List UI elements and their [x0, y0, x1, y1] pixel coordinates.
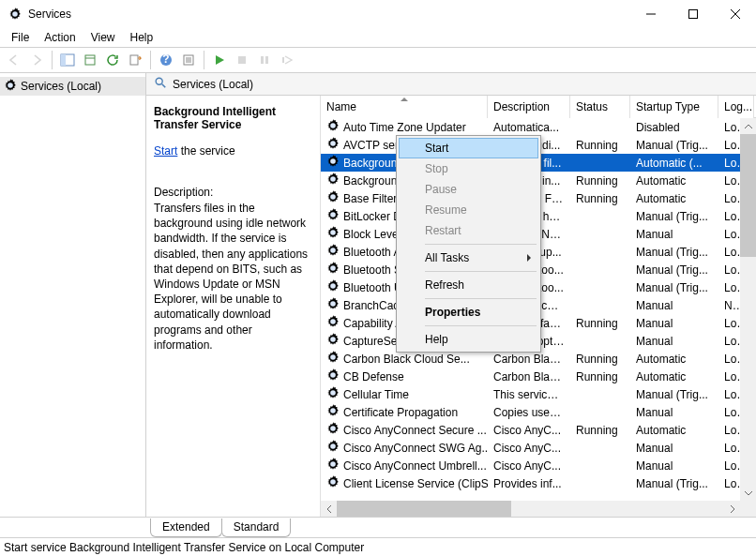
- service-row[interactable]: Cisco AnyConnect Umbrell...Cisco AnyC...…: [321, 457, 756, 474]
- menu-help[interactable]: Help: [123, 29, 161, 46]
- col-logon[interactable]: Log...: [718, 96, 754, 118]
- service-description: This service ...: [488, 388, 570, 401]
- start-service-button[interactable]: [209, 50, 230, 70]
- service-startup: Manual (Trig...: [630, 139, 718, 152]
- tab-standard[interactable]: Standard: [221, 518, 292, 537]
- scroll-up-icon[interactable]: [740, 118, 756, 134]
- gear-icon: [326, 368, 340, 384]
- service-row[interactable]: Cisco AnyConnect Secure ...Cisco AnyC...…: [321, 421, 756, 439]
- gear-icon: [326, 351, 340, 367]
- titlebar: Services: [0, 0, 756, 28]
- service-row[interactable]: Client License Service (ClipS...Provides…: [321, 474, 756, 492]
- service-status: Running: [570, 317, 630, 330]
- tree-node-label: Services (Local): [21, 80, 101, 93]
- service-startup: Manual: [630, 228, 718, 241]
- svg-rect-19: [261, 56, 264, 64]
- tab-extended[interactable]: Extended: [150, 518, 222, 537]
- app-icon: [8, 7, 23, 22]
- service-name: Carbon Black Cloud Se...: [343, 353, 470, 366]
- menu-separator: [425, 298, 537, 299]
- service-description: Cisco AnyC...: [488, 424, 570, 437]
- gear-icon: [4, 79, 17, 95]
- service-status: Running: [570, 370, 630, 383]
- menu-file[interactable]: File: [4, 29, 37, 46]
- content-header-label: Services (Local): [173, 78, 253, 91]
- gear-icon: [326, 137, 340, 153]
- menu-separator: [425, 244, 537, 245]
- service-startup: Automatic: [630, 353, 718, 366]
- stop-service-button[interactable]: [232, 50, 252, 70]
- service-startup: Manual: [630, 335, 718, 348]
- statusbar: Start service Background Intelligent Tra…: [0, 537, 756, 556]
- menubar: File Action View Help: [0, 28, 756, 47]
- svg-rect-11: [130, 55, 138, 65]
- scroll-down-icon[interactable]: [740, 485, 756, 501]
- maximize-button[interactable]: [672, 0, 714, 28]
- svg-text:?: ?: [162, 53, 169, 66]
- export-button[interactable]: [125, 50, 145, 70]
- close-button[interactable]: [714, 0, 756, 28]
- toolbar: ?: [0, 47, 756, 73]
- scroll-thumb[interactable]: [740, 134, 756, 257]
- action-suffix: the service: [177, 144, 234, 158]
- service-startup: Manual (Trig...: [630, 281, 718, 294]
- description-label: Description:: [154, 186, 312, 199]
- service-description: Cisco AnyC...: [488, 442, 570, 455]
- gear-icon: [326, 475, 340, 491]
- col-name[interactable]: Name: [321, 96, 488, 118]
- scroll-right-icon[interactable]: [724, 501, 740, 517]
- service-name: Cisco AnyConnect SWG Ag...: [343, 442, 488, 455]
- service-row[interactable]: Auto Time Zone UpdaterAutomatica...Disab…: [321, 118, 756, 136]
- menu-item-all-tasks[interactable]: All Tasks: [399, 248, 538, 268]
- pause-service-button[interactable]: [254, 50, 275, 70]
- console-tree: Services (Local): [0, 73, 146, 517]
- gear-icon: [326, 190, 340, 206]
- col-description[interactable]: Description: [488, 96, 570, 118]
- export-list-button[interactable]: [80, 50, 100, 70]
- menu-item-help[interactable]: Help: [399, 329, 538, 350]
- magnifier-icon: [154, 76, 167, 92]
- back-button[interactable]: [4, 50, 24, 70]
- menu-action[interactable]: Action: [37, 29, 83, 46]
- gear-icon: [326, 208, 340, 224]
- service-row[interactable]: Cisco AnyConnect SWG Ag...Cisco AnyC...M…: [321, 439, 756, 457]
- col-status[interactable]: Status: [570, 96, 630, 118]
- restart-service-button[interactable]: [277, 50, 297, 70]
- menu-separator: [425, 325, 537, 326]
- service-name: Cellular Time: [343, 388, 409, 401]
- properties-button[interactable]: [178, 50, 199, 70]
- refresh-button[interactable]: [102, 50, 123, 70]
- start-link[interactable]: Start: [154, 144, 177, 158]
- service-startup: Manual: [630, 459, 718, 473]
- service-status: Running: [570, 139, 630, 152]
- gear-icon: [326, 119, 340, 135]
- svg-rect-9: [85, 55, 95, 65]
- gear-icon: [326, 244, 340, 260]
- minimize-button[interactable]: [629, 0, 672, 28]
- service-status: Running: [570, 424, 630, 437]
- service-name: Certificate Propagation: [343, 406, 458, 419]
- service-startup: Automatic: [630, 174, 718, 188]
- col-startup[interactable]: Startup Type: [630, 96, 718, 118]
- menu-separator: [425, 271, 537, 272]
- menu-item-start[interactable]: Start: [399, 138, 538, 158]
- vertical-scrollbar[interactable]: [740, 118, 756, 501]
- gear-icon: [326, 155, 340, 171]
- scroll-left-icon[interactable]: [321, 501, 337, 517]
- service-row[interactable]: Certificate PropagationCopies user ...Ma…: [321, 403, 756, 421]
- tree-node-services-local[interactable]: Services (Local): [0, 77, 145, 96]
- forward-button[interactable]: [26, 50, 47, 70]
- show-hide-tree-button[interactable]: [57, 50, 78, 70]
- help-button[interactable]: ?: [156, 50, 176, 70]
- scroll-thumb[interactable]: [337, 501, 511, 517]
- service-row[interactable]: Cellular TimeThis service ...Manual (Tri…: [321, 385, 756, 403]
- service-row[interactable]: CB DefenseCarbon Blac...RunningAutomatic…: [321, 368, 756, 385]
- service-startup: Manual: [630, 406, 718, 419]
- horizontal-scrollbar[interactable]: [321, 501, 740, 517]
- service-name: Cisco AnyConnect Umbrell...: [343, 459, 487, 473]
- menu-item-properties[interactable]: Properties: [399, 302, 538, 323]
- menu-view[interactable]: View: [83, 29, 123, 46]
- gear-icon: [326, 422, 340, 438]
- menu-item-refresh[interactable]: Refresh: [399, 275, 538, 295]
- content-header: Services (Local): [146, 73, 756, 96]
